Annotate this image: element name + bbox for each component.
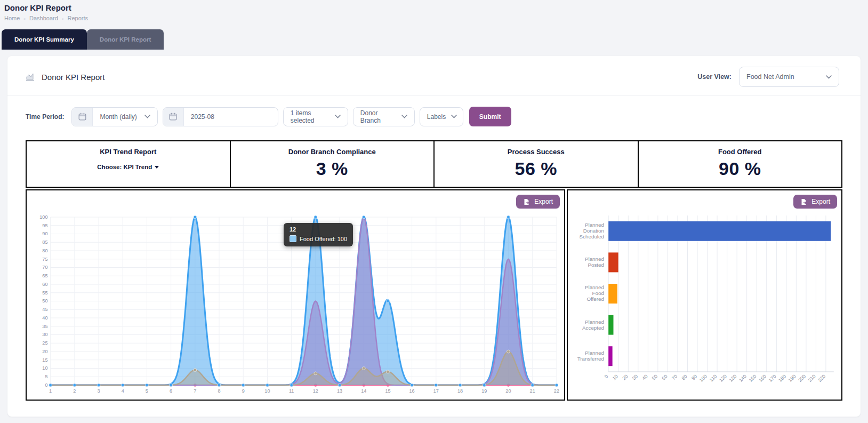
svg-text:PlannedPosted: PlannedPosted	[585, 257, 604, 268]
svg-text:130: 130	[728, 373, 737, 383]
svg-text:7: 7	[194, 388, 196, 394]
svg-text:40: 40	[42, 315, 47, 321]
svg-text:10: 10	[612, 373, 619, 381]
tab-donor-kpi-summary[interactable]: Donor KPI Summary	[2, 29, 87, 50]
svg-text:70: 70	[42, 265, 47, 270]
svg-text:1: 1	[49, 388, 52, 394]
svg-text:190: 190	[787, 373, 797, 383]
svg-text:21: 21	[530, 388, 535, 394]
items-selected-value: 1 items selected	[291, 109, 329, 124]
granularity-select[interactable]: Month (daily)	[93, 108, 157, 126]
svg-text:PlannedFoodOffered: PlannedFoodOffered	[585, 285, 604, 302]
svg-text:20: 20	[505, 388, 511, 394]
svg-text:180: 180	[777, 373, 787, 383]
svg-text:160: 160	[758, 373, 767, 383]
kpi-compliance-cell: Donor Branch Compliance 3 %	[230, 141, 434, 187]
tab-donor-kpi-report[interactable]: Donor KPI Report	[87, 29, 164, 50]
chevron-down-icon	[144, 115, 150, 118]
svg-text:19: 19	[481, 388, 487, 394]
svg-text:30: 30	[42, 332, 47, 338]
kpi-food-offered-cell: Food Offered 90 %	[638, 141, 842, 187]
svg-text:60: 60	[661, 373, 668, 381]
svg-text:8: 8	[218, 388, 220, 394]
export-button[interactable]: Export	[793, 195, 837, 209]
caret-down-icon	[155, 166, 159, 169]
svg-text:9: 9	[242, 388, 245, 394]
svg-text:2: 2	[73, 388, 76, 394]
charts-row: Export 051015202530354045505560657075808…	[26, 189, 842, 401]
svg-text:80: 80	[42, 248, 47, 253]
svg-text:4: 4	[122, 388, 124, 394]
export-icon	[523, 198, 530, 205]
svg-text:0: 0	[45, 382, 47, 388]
kpi-food-offered-title: Food Offered	[643, 148, 838, 156]
kpi-trend-report-cell: KPI Trend Report Choose: KPI Trend	[27, 141, 230, 187]
user-view-select[interactable]: Food Net Admin	[739, 67, 839, 87]
breadcrumb: Home - Dashboard - Reports	[4, 15, 868, 21]
svg-text:150: 150	[748, 373, 758, 383]
svg-text:140: 140	[738, 373, 748, 383]
svg-text:100: 100	[39, 214, 47, 220]
svg-text:75: 75	[42, 257, 47, 262]
kpi-food-offered-value: 90 %	[643, 158, 838, 179]
svg-text:5: 5	[45, 374, 47, 379]
kpi-trend-title: KPI Trend Report	[31, 148, 226, 156]
svg-text:90: 90	[690, 373, 698, 381]
export-label: Export	[534, 198, 553, 205]
svg-text:110: 110	[709, 373, 718, 382]
chevron-down-icon	[451, 115, 457, 118]
status-bar-chart[interactable]: 0102030405060708090100110120130140150160…	[572, 210, 837, 395]
svg-text:0: 0	[604, 373, 609, 379]
svg-text:80: 80	[680, 373, 688, 381]
kpi-summary-row: KPI Trend Report Choose: KPI Trend Donor…	[26, 140, 842, 188]
kpi-trend-chooser[interactable]: Choose: KPI Trend	[97, 164, 159, 170]
svg-text:15: 15	[385, 388, 390, 394]
svg-text:25: 25	[42, 340, 47, 346]
submit-button[interactable]: Submit	[469, 107, 511, 126]
svg-text:70: 70	[671, 373, 678, 381]
svg-text:14: 14	[361, 388, 366, 394]
breadcrumb-home[interactable]: Home	[4, 15, 20, 21]
svg-text:210: 210	[807, 373, 817, 383]
svg-text:50: 50	[42, 299, 47, 304]
calendar-icon	[72, 108, 93, 126]
calendar-icon	[163, 108, 184, 126]
svg-text:16: 16	[409, 388, 415, 394]
breadcrumb-separator: -	[62, 15, 64, 21]
svg-text:30: 30	[631, 373, 639, 381]
time-period-label: Time Period:	[26, 113, 64, 121]
svg-text:20: 20	[42, 349, 47, 354]
granularity-value: Month (daily)	[100, 113, 136, 121]
kpi-trend-chooser-label: Choose: KPI Trend	[97, 164, 152, 170]
month-input[interactable]	[184, 108, 278, 126]
items-selected-select[interactable]: 1 items selected	[283, 107, 348, 126]
export-button[interactable]: Export	[516, 195, 560, 209]
trend-chart[interactable]: 0510152025303540455055606570758085909510…	[31, 210, 560, 395]
svg-text:22: 22	[554, 388, 559, 394]
tab-bar: Donor KPI Summary Donor KPI Report	[2, 29, 868, 50]
svg-text:90: 90	[42, 232, 47, 237]
svg-text:12: 12	[313, 388, 318, 394]
svg-text:200: 200	[797, 373, 807, 383]
labels-select[interactable]: Labels	[420, 107, 463, 126]
svg-text:10: 10	[264, 388, 270, 394]
breadcrumb-dashboard[interactable]: Dashboard	[29, 15, 58, 21]
svg-text:220: 220	[817, 373, 826, 383]
svg-text:5: 5	[146, 388, 148, 394]
svg-text:45: 45	[42, 307, 47, 312]
svg-text:18: 18	[457, 388, 463, 394]
report-card: Donor KPI Report User View: Food Net Adm…	[7, 56, 861, 417]
svg-text:55: 55	[42, 290, 47, 296]
breadcrumb-reports[interactable]: Reports	[68, 15, 89, 21]
svg-text:15: 15	[42, 357, 47, 363]
svg-text:6: 6	[170, 388, 172, 394]
svg-text:17: 17	[433, 388, 439, 394]
user-view-value: Food Net Admin	[746, 73, 794, 81]
kpi-compliance-value: 3 %	[235, 158, 430, 179]
svg-text:65: 65	[42, 273, 47, 278]
donor-branch-select[interactable]: Donor Branch	[353, 107, 415, 126]
month-group	[163, 107, 278, 126]
kpi-process-value: 56 %	[439, 158, 633, 179]
labels-value: Labels	[427, 113, 446, 121]
svg-text:10: 10	[42, 366, 47, 371]
